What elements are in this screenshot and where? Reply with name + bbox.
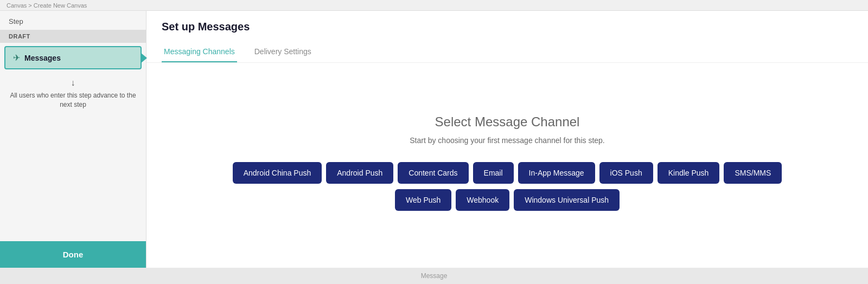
breadcrumb: Canvas > Create New Canvas bbox=[7, 2, 87, 9]
advance-text: ↓ All users who enter this step advance … bbox=[0, 73, 146, 118]
channel-buttons-row2: Web PushWebhookWindows Universal Push bbox=[395, 189, 620, 211]
main-panel: Set up Messages Messaging Channels Deliv… bbox=[146, 11, 868, 268]
sidebar: Step DRAFT ✈ Messages ↓ All users who en… bbox=[0, 11, 146, 268]
draft-label: DRAFT bbox=[0, 30, 146, 43]
channel-button[interactable]: Android China Push bbox=[233, 162, 322, 184]
channel-button[interactable]: Android Push bbox=[326, 162, 393, 184]
panel-header: Set up Messages Messaging Channels Deliv… bbox=[146, 11, 868, 63]
select-channel-subtitle: Start by choosing your first message cha… bbox=[410, 136, 605, 145]
sidebar-item-messages[interactable]: ✈ Messages bbox=[4, 46, 142, 69]
channel-button[interactable]: In-App Message bbox=[518, 162, 595, 184]
channel-button[interactable]: Windows Universal Push bbox=[514, 189, 620, 211]
channel-button[interactable]: Webhook bbox=[456, 189, 509, 211]
bottom-bar: Message bbox=[0, 268, 868, 284]
bottom-bar-text: Message bbox=[421, 272, 448, 280]
channel-button[interactable]: iOS Push bbox=[599, 162, 653, 184]
channel-button[interactable]: Email bbox=[473, 162, 514, 184]
panel-title: Set up Messages bbox=[162, 21, 853, 33]
channel-button[interactable]: Kindle Push bbox=[658, 162, 720, 184]
arrow-down-icon: ↓ bbox=[9, 77, 137, 89]
arrow-right-indicator bbox=[141, 53, 147, 63]
select-channel-title: Select Message Channel bbox=[435, 114, 580, 130]
channel-button[interactable]: SMS/MMS bbox=[724, 162, 782, 184]
panel-body: Select Message Channel Start by choosing… bbox=[146, 63, 868, 268]
step-label: Step bbox=[0, 11, 146, 30]
messages-label: Messages bbox=[24, 54, 61, 62]
tab-delivery-settings[interactable]: Delivery Settings bbox=[252, 42, 314, 62]
channel-button[interactable]: Content Cards bbox=[398, 162, 468, 184]
messages-icon: ✈ bbox=[13, 53, 20, 63]
done-button[interactable]: Done bbox=[0, 241, 146, 268]
tab-messaging-channels[interactable]: Messaging Channels bbox=[162, 42, 237, 62]
tabs-container: Messaging Channels Delivery Settings bbox=[162, 42, 853, 62]
channel-button[interactable]: Web Push bbox=[395, 189, 451, 211]
channel-buttons-row1: Android China PushAndroid PushContent Ca… bbox=[233, 162, 782, 184]
